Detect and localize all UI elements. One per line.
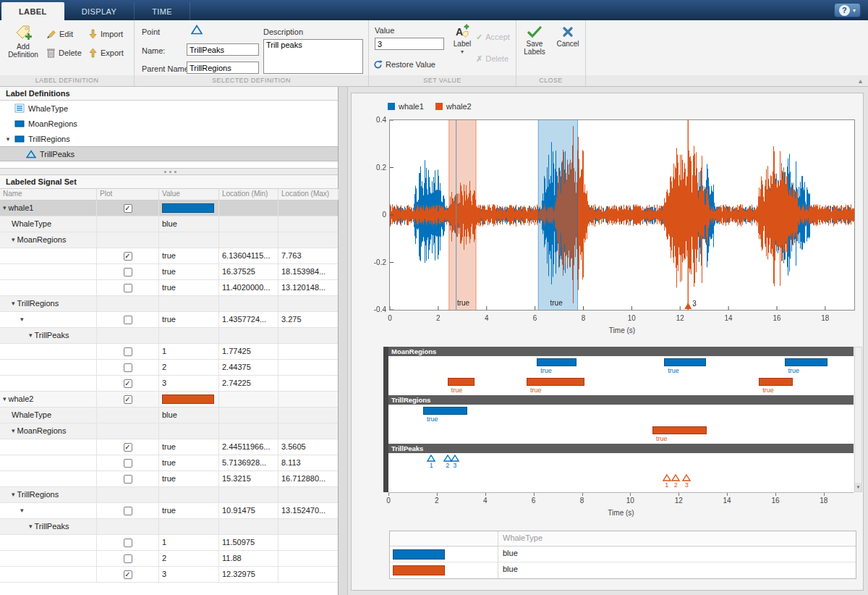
expand-arrow-icon[interactable]: ▾	[12, 423, 15, 439]
plot-checkbox[interactable]	[124, 554, 132, 563]
point-label-marker[interactable]	[451, 455, 459, 462]
region-label-bar[interactable]	[537, 358, 576, 366]
expand-arrow-icon[interactable]: ▾	[12, 487, 15, 502]
table-row[interactable]: ▾TrillPeaks	[0, 519, 338, 535]
scroll-down-icon[interactable]: ▾	[855, 483, 861, 491]
plot-checkbox[interactable]: ✓	[124, 443, 132, 452]
import-button[interactable]: Import	[88, 28, 123, 41]
waveform-plot[interactable]: truetrue3	[389, 119, 855, 311]
region-label-bar[interactable]	[759, 378, 793, 386]
table-row[interactable]: ▾true1.4357724...3.275	[0, 312, 338, 328]
region-label-bar[interactable]	[527, 378, 584, 386]
column-header-value[interactable]: Value	[159, 189, 219, 200]
region-label-bar[interactable]	[785, 358, 827, 366]
plot-checkbox[interactable]	[124, 363, 132, 372]
table-row[interactable]: ✓true2.44511966...3.5605	[0, 439, 338, 455]
table-row[interactable]: 22.44375	[0, 360, 338, 376]
expand-arrow-icon[interactable]: ▾	[3, 392, 7, 407]
edit-button[interactable]: Edit	[46, 28, 73, 41]
tab-label[interactable]: LABEL	[1, 2, 64, 20]
table-row[interactable]: ▾whale2✓	[0, 392, 338, 408]
plot-checkbox[interactable]: ✓	[124, 570, 132, 579]
plot-checkbox[interactable]	[124, 347, 132, 356]
tab-time[interactable]: TIME	[135, 2, 190, 20]
tree-item-trillregions[interactable]: ▾TrillRegions	[0, 131, 338, 146]
column-header-location-max[interactable]: Location (Max)	[278, 189, 339, 200]
tree-item-moanregions[interactable]: MoanRegions	[0, 116, 338, 131]
column-header-name[interactable]: Name	[0, 189, 97, 200]
table-row[interactable]: true15.321516.712880...	[0, 471, 338, 487]
tracks-scrollbar[interactable]: ▾	[854, 347, 862, 492]
table-row[interactable]: 211.88	[0, 551, 338, 567]
name-input[interactable]	[187, 43, 259, 56]
table-row[interactable]: WhaleTypeblue	[0, 216, 338, 232]
region-label-bar[interactable]	[423, 407, 467, 415]
plot-checkbox[interactable]: ✓	[124, 379, 132, 388]
whaletype-row[interactable]: blue	[390, 562, 856, 578]
value-input[interactable]	[375, 38, 444, 50]
region-label-bar[interactable]	[448, 378, 475, 386]
region-label-bar[interactable]	[652, 426, 707, 434]
table-row[interactable]: ▾MoanRegions	[0, 232, 338, 248]
plot-checkbox[interactable]	[124, 284, 132, 292]
plot-checkbox[interactable]	[124, 507, 132, 515]
column-header-plot[interactable]: Plot	[97, 189, 159, 200]
expand-arrow-icon[interactable]: ▾	[20, 503, 24, 518]
expand-arrow-icon[interactable]: ▾	[12, 232, 15, 248]
point-label-marker[interactable]	[671, 474, 680, 481]
table-row[interactable]: ▾true10.9147513.152470...	[0, 503, 338, 519]
column-header-location-min[interactable]: Location (Min)	[219, 189, 278, 200]
table-row[interactable]: ▾TrillPeaks	[0, 328, 338, 344]
vertical-splitter[interactable]	[339, 87, 348, 595]
plot-checkbox[interactable]	[124, 539, 132, 547]
plot-checkbox[interactable]: ✓	[124, 204, 132, 213]
table-row[interactable]: ▾MoanRegions	[0, 423, 338, 439]
expand-arrow-icon[interactable]: ▾	[29, 328, 33, 343]
panel-splitter[interactable]	[0, 168, 338, 175]
parent-name-input[interactable]	[187, 62, 259, 74]
table-row[interactable]: 11.77425	[0, 344, 338, 360]
point-label-marker[interactable]	[663, 474, 671, 481]
tree-item-trillpeaks[interactable]: TrillPeaks	[0, 146, 338, 161]
table-row[interactable]: WhaleTypeblue	[0, 408, 338, 423]
accept-button[interactable]: ✓ Accept	[476, 30, 510, 43]
expand-arrow-icon[interactable]: ▾	[3, 201, 7, 216]
whaletype-row[interactable]: blue	[390, 547, 856, 562]
label-dropdown-button[interactable]: A Label ▾	[448, 22, 476, 56]
table-row[interactable]: 111.50975	[0, 535, 338, 551]
table-row[interactable]: ▾TrillRegions	[0, 487, 338, 503]
expand-arrow-icon[interactable]: ▾	[29, 519, 33, 534]
expand-arrow-icon[interactable]: ▾	[20, 312, 24, 327]
table-row[interactable]: ✓true6.13604115...7.763	[0, 248, 338, 264]
table-row[interactable]: true5.7136928...8.113	[0, 455, 338, 471]
expand-arrow-icon[interactable]: ▾	[12, 296, 15, 311]
plot-checkbox[interactable]	[124, 268, 132, 277]
save-labels-button[interactable]: Save Labels	[519, 23, 550, 56]
plot-checkbox[interactable]: ✓	[124, 252, 132, 261]
table-row[interactable]: true16.3752518.153984...	[0, 264, 338, 280]
point-label-marker[interactable]	[427, 455, 435, 462]
tree-item-whaletype[interactable]: WhaleType	[0, 101, 338, 116]
ribbon-collapse-button[interactable]: ▴	[859, 77, 862, 85]
plot-checkbox[interactable]	[124, 316, 132, 324]
expand-arrow-icon[interactable]: ▾	[4, 135, 12, 143]
add-definition-button[interactable]: Add Definition	[3, 22, 43, 59]
description-input[interactable]: Trill peaks	[263, 39, 363, 74]
table-row[interactable]: ✓312.32975	[0, 567, 338, 583]
cancel-button[interactable]: Cancel	[553, 23, 583, 48]
delete-definition-button[interactable]: Delete	[46, 46, 82, 59]
export-button[interactable]: Export	[88, 46, 124, 59]
point-label-marker[interactable]	[682, 474, 691, 481]
help-button[interactable]: ? ▾	[834, 3, 861, 17]
region-label-bar[interactable]	[664, 358, 705, 366]
table-row[interactable]: ✓32.74225	[0, 376, 338, 392]
table-row[interactable]: ▾whale1✓	[0, 201, 338, 216]
tab-display[interactable]: DISPLAY	[64, 2, 135, 20]
plot-checkbox[interactable]: ✓	[124, 395, 132, 404]
table-row[interactable]: ▾TrillRegions	[0, 296, 338, 312]
table-row[interactable]: true11.4020000...13.120148...	[0, 280, 338, 296]
plot-checkbox[interactable]	[124, 459, 132, 468]
plot-checkbox[interactable]	[124, 475, 132, 484]
delete-label-button[interactable]: ✗ Delete	[476, 52, 509, 65]
restore-value-button[interactable]: Restore Value	[373, 58, 435, 71]
